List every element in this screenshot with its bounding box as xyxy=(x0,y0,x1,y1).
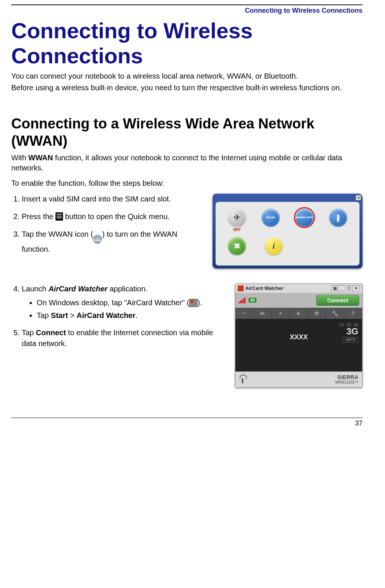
step-2: Press the button to open the Quick menu. xyxy=(22,211,206,222)
enable-line: To enable the function, follow the steps… xyxy=(11,178,363,188)
qm-airplane[interactable]: ✈ OFF xyxy=(224,209,250,232)
mode-sub: UMTS xyxy=(343,337,358,343)
status-badge: 3G xyxy=(249,298,256,303)
qm-airplane-label: OFF xyxy=(233,228,241,232)
step-5: Tap Connect to enable the Internet conne… xyxy=(22,327,228,349)
qm-tools[interactable]: ✖ xyxy=(224,237,250,255)
tool-settings-icon[interactable]: ⚒ xyxy=(308,308,326,319)
page-number: 37 xyxy=(11,418,363,427)
tools-icon: ✖ xyxy=(228,237,246,255)
tool-sms-icon[interactable]: ✉ xyxy=(253,308,271,319)
step-4-bullet-2: Tap Start > AirCard Watcher. xyxy=(37,310,228,321)
bluetooth-icon: ∦ xyxy=(329,209,347,227)
minimize-button[interactable]: _ xyxy=(338,285,346,291)
connect-button[interactable]: Connect xyxy=(316,295,359,306)
aircard-titlebar-icon xyxy=(238,285,244,291)
step-4: Launch AirCard Watcher application. On W… xyxy=(22,284,228,321)
close-button[interactable]: ✕ xyxy=(352,285,360,291)
tool-wifi-icon[interactable]: ⌔ xyxy=(235,308,253,319)
signal-bars-icon xyxy=(238,297,246,303)
tool-help-icon[interactable]: ? xyxy=(344,308,362,319)
aircard-window: AirCard Watcher ▤ _ ☐ ✕ xyxy=(235,284,363,388)
section-heading: Connecting to a Wireless Wide Area Netwo… xyxy=(11,115,363,149)
step-1: Insert a valid SIM card into the SIM car… xyxy=(22,194,206,204)
running-head: Connecting to Wireless Connections xyxy=(11,5,363,18)
brand-logo: SIERRA WIRELESS™ xyxy=(335,375,358,384)
qm-wwan-gps[interactable]: WWAN GPS xyxy=(291,209,318,232)
qm-wlan[interactable]: WLAN xyxy=(258,209,284,232)
step-4-bullet-1: On Windows desktop, tap "AirCard Watcher… xyxy=(37,297,228,308)
maximize-button[interactable]: ☐ xyxy=(345,285,353,291)
quick-menu-panel: ✕ ✈ OFF WLAN WWAN GPS ∦ xyxy=(213,194,363,269)
wwan-icon: AWWAN xyxy=(93,235,102,244)
intro-p1: You can connect your notebook to a wirel… xyxy=(11,71,363,81)
wlan-icon: WLAN xyxy=(262,209,280,227)
tool-airplane-icon[interactable]: ✈ xyxy=(290,308,308,319)
step-3: Tap the WWAN icon (AWWAN) to turn on the… xyxy=(22,229,206,255)
page-title: Connecting to Wireless Connections xyxy=(11,18,363,68)
qm-info[interactable]: i xyxy=(261,237,287,255)
tool-options-icon[interactable]: 🔧 xyxy=(326,308,344,319)
close-icon[interactable]: ✕ xyxy=(356,195,361,200)
antenna-icon xyxy=(239,375,246,384)
intro-p2: Before using a wireless built-in device,… xyxy=(11,83,363,93)
airplane-icon: ✈ xyxy=(228,209,246,227)
aircard-app-icon xyxy=(189,299,198,307)
wwan-gps-icon: WWAN GPS xyxy=(295,209,313,227)
mode-large: 3G xyxy=(339,327,358,336)
quick-menu-button-icon xyxy=(55,212,63,221)
info-icon: i xyxy=(265,237,283,255)
window-menu-button[interactable]: ▤ xyxy=(331,285,339,291)
aircard-title: AirCard Watcher xyxy=(245,285,283,291)
section-lead: With WWAN function, it allows your noteb… xyxy=(11,153,363,173)
qm-bluetooth[interactable]: ∦ xyxy=(325,209,351,232)
tool-gps-icon[interactable]: ⌖ xyxy=(272,308,290,319)
